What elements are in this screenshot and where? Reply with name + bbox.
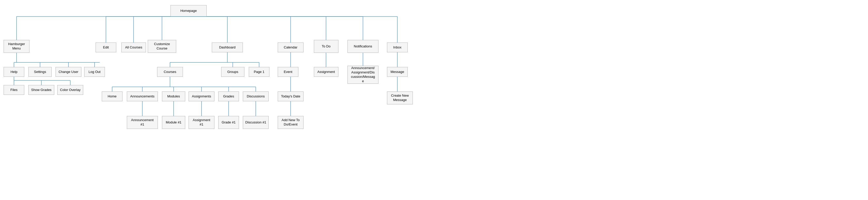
settings-node[interactable]: Settings — [28, 67, 52, 77]
homepage-node[interactable]: Homepage — [170, 5, 207, 16]
groups-node[interactable]: Groups — [221, 67, 244, 77]
inbox-node[interactable]: Inbox — [387, 43, 408, 52]
assignment-todo-node[interactable]: Assignment — [314, 67, 338, 77]
help-node[interactable]: Help — [4, 67, 24, 77]
customizecourse-node[interactable]: Customize Course — [148, 40, 176, 53]
hamburger-node[interactable]: Hamburger Menu — [4, 40, 29, 53]
notif-items-node[interactable]: Announcement/ Assignment/Dis cussion/Mes… — [347, 66, 378, 84]
edit-node[interactable]: Edit — [96, 43, 116, 52]
tree-container: Homepage Hamburger Menu Edit All Courses… — [0, 0, 868, 200]
addnewtodoevent-node[interactable]: Add New To Do/Event — [278, 116, 304, 129]
modules-node[interactable]: Modules — [162, 91, 185, 101]
calendar-node[interactable]: Calendar — [278, 43, 304, 52]
grade1-node[interactable]: Grade #1 — [218, 116, 239, 129]
changeuser-node[interactable]: Change User — [56, 67, 82, 77]
event-node[interactable]: Event — [278, 67, 299, 77]
grades-node[interactable]: Grades — [218, 91, 239, 101]
discussion1-node[interactable]: Discussion #1 — [243, 116, 269, 129]
module1-node[interactable]: Module #1 — [162, 116, 185, 129]
assignments-node[interactable]: Assignments — [189, 91, 214, 101]
courses-node[interactable]: Courses — [157, 67, 183, 77]
announcement1-node[interactable]: Announcement #1 — [127, 116, 158, 129]
assignment1-node[interactable]: Assignment #1 — [189, 116, 214, 129]
coloroverlay-node[interactable]: Color Overlay — [57, 85, 83, 95]
createnewmessage-node[interactable]: Create New Message — [387, 91, 413, 105]
showgrades-node[interactable]: Show Grades — [28, 85, 54, 95]
page1-node[interactable]: Page 1 — [249, 67, 270, 77]
notifications-node[interactable]: Notifications — [347, 40, 378, 53]
dashboard-node[interactable]: Dashboard — [212, 43, 243, 52]
home-node[interactable]: Home — [102, 91, 122, 101]
todo-node[interactable]: To Do — [314, 40, 338, 53]
logout-node[interactable]: Log Out — [84, 67, 105, 77]
todaysdate-node[interactable]: Today's Date — [278, 91, 304, 101]
announcements-node[interactable]: Announcements — [127, 91, 158, 101]
discussions-node[interactable]: Discussions — [243, 91, 269, 101]
files-node[interactable]: Files — [4, 85, 24, 95]
allcourses-node[interactable]: All Courses — [121, 43, 146, 52]
message-node[interactable]: Message — [387, 67, 408, 77]
